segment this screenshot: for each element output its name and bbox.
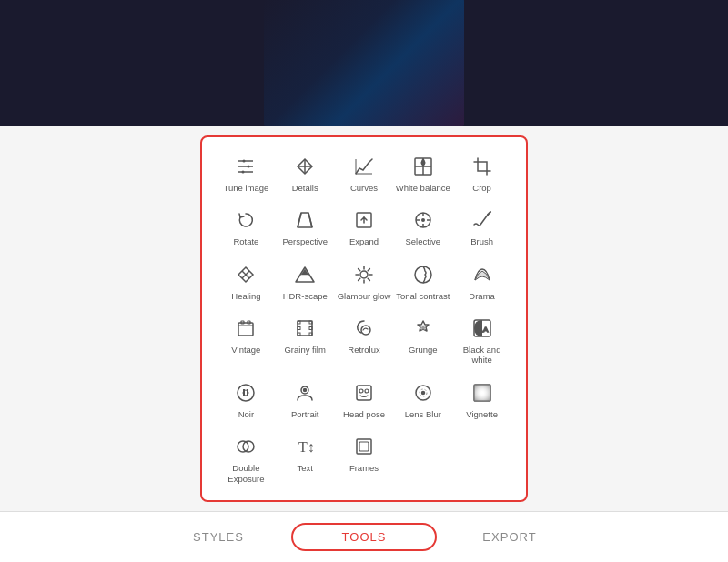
tool-details[interactable]: Details (276, 148, 335, 198)
svg-line-39 (368, 278, 369, 280)
svg-line-41 (359, 278, 360, 280)
hdr-scape-label: HDR-scape (283, 291, 328, 301)
noir-label: Noir (238, 409, 254, 419)
svg-rect-48 (298, 321, 300, 324)
svg-rect-76 (359, 442, 369, 451)
bottom-tabs: STYLES TOOLS EXPORT (0, 511, 728, 562)
grunge-icon (410, 316, 436, 341)
tab-export[interactable]: EXPORT (437, 523, 582, 551)
text-icon: T↕ (292, 434, 318, 459)
svg-point-66 (365, 389, 369, 393)
tool-retrolux[interactable]: Retrolux (335, 310, 394, 371)
svg-rect-75 (357, 439, 371, 454)
black-and-white-label: Black and white (454, 345, 510, 366)
retrolux-label: Retrolux (348, 345, 379, 355)
head-pose-icon (351, 380, 377, 406)
tool-healing[interactable]: Healing (217, 256, 276, 306)
expand-label: Expand (349, 236, 379, 246)
svg-point-7 (248, 165, 250, 167)
double-exposure-label: Double Exposure (218, 463, 274, 484)
tool-tune-image[interactable]: Tune image (217, 148, 276, 198)
details-icon (292, 154, 318, 179)
image-preview (0, 0, 728, 126)
brush-icon (470, 207, 495, 233)
tool-grunge[interactable]: Grunge (393, 310, 452, 371)
svg-line-40 (368, 268, 369, 270)
head-pose-label: Head pose (343, 409, 385, 419)
tool-crop[interactable]: Crop (452, 148, 511, 198)
grunge-label: Grunge (409, 345, 438, 355)
tool-head-pose[interactable]: Head pose (335, 375, 394, 425)
tool-frames[interactable]: Frames (335, 428, 394, 489)
frames-label: Frames (349, 463, 379, 473)
tools-grid-container: Tune image Details Curves White balance (200, 135, 528, 502)
svg-rect-47 (298, 321, 312, 336)
drama-icon (470, 262, 495, 287)
frames-icon (351, 434, 377, 459)
tool-selective[interactable]: Selective (393, 202, 452, 252)
svg-line-38 (359, 268, 360, 270)
white-balance-label: White balance (396, 183, 450, 193)
svg-line-19 (308, 213, 312, 227)
svg-rect-53 (309, 333, 312, 336)
perspective-icon (292, 207, 318, 233)
tool-perspective[interactable]: Perspective (276, 202, 335, 252)
tool-lens-blur[interactable]: Lens Blur (393, 375, 452, 425)
portrait-label: Portrait (291, 409, 319, 419)
tool-vintage[interactable]: Vintage (217, 310, 276, 371)
expand-icon (351, 207, 377, 233)
tonal-contrast-icon (410, 262, 436, 287)
brush-label: Brush (470, 236, 493, 246)
tool-curves[interactable]: Curves (335, 148, 394, 198)
healing-icon (233, 262, 258, 287)
curves-label: Curves (350, 183, 378, 193)
svg-point-58 (238, 385, 254, 401)
tool-vignette[interactable]: Vignette (452, 375, 511, 425)
portrait-icon (292, 380, 318, 406)
svg-rect-71 (474, 385, 490, 401)
tool-brush[interactable]: Brush (452, 202, 511, 252)
svg-text:A: A (483, 326, 489, 334)
healing-label: Healing (231, 291, 260, 301)
tool-glamour-glow[interactable]: Glamour glow (335, 256, 394, 306)
drama-label: Drama (469, 291, 495, 301)
rotate-icon (233, 207, 258, 233)
glamour-glow-label: Glamour glow (338, 291, 391, 301)
tool-rotate[interactable]: Rotate (217, 202, 276, 252)
tool-noir[interactable]: Noir (217, 375, 276, 425)
grainy-film-icon (292, 316, 318, 341)
tool-hdr-scape[interactable]: HDR-scape (276, 256, 335, 306)
preview-image (264, 0, 464, 126)
tool-text[interactable]: T↕ Text (276, 428, 335, 489)
crop-label: Crop (472, 183, 491, 193)
lens-blur-icon (410, 380, 436, 406)
tool-double-exposure[interactable]: Double Exposure (217, 428, 276, 489)
svg-point-69 (421, 391, 424, 394)
svg-line-18 (298, 213, 301, 227)
svg-text:T↕: T↕ (298, 439, 315, 455)
tab-tools[interactable]: TOOLS (291, 523, 437, 551)
svg-point-33 (360, 271, 368, 278)
grainy-film-label: Grainy film (284, 345, 325, 355)
tool-grainy-film[interactable]: Grainy film (276, 310, 335, 371)
vintage-icon (233, 316, 258, 341)
svg-rect-49 (298, 327, 300, 330)
tool-black-and-white[interactable]: AA Black and white (452, 310, 511, 371)
curves-icon (351, 154, 377, 179)
tool-tonal-contrast[interactable]: Tonal contrast (393, 256, 452, 306)
tune-image-label: Tune image (223, 183, 268, 193)
tab-styles[interactable]: STYLES (146, 523, 291, 551)
tool-expand[interactable]: Expand (335, 202, 394, 252)
lens-blur-label: Lens Blur (405, 409, 441, 419)
svg-rect-50 (298, 333, 300, 336)
tool-drama[interactable]: Drama (452, 256, 511, 306)
rotate-label: Rotate (233, 236, 258, 246)
tool-white-balance[interactable]: White balance (393, 148, 452, 198)
details-label: Details (292, 183, 318, 193)
selective-label: Selective (406, 236, 441, 246)
svg-point-65 (359, 389, 363, 393)
retrolux-icon (351, 316, 377, 341)
svg-point-23 (421, 218, 425, 222)
tools-grid: Tune image Details Curves White balance (217, 148, 511, 489)
tool-portrait[interactable]: Portrait (276, 375, 335, 425)
